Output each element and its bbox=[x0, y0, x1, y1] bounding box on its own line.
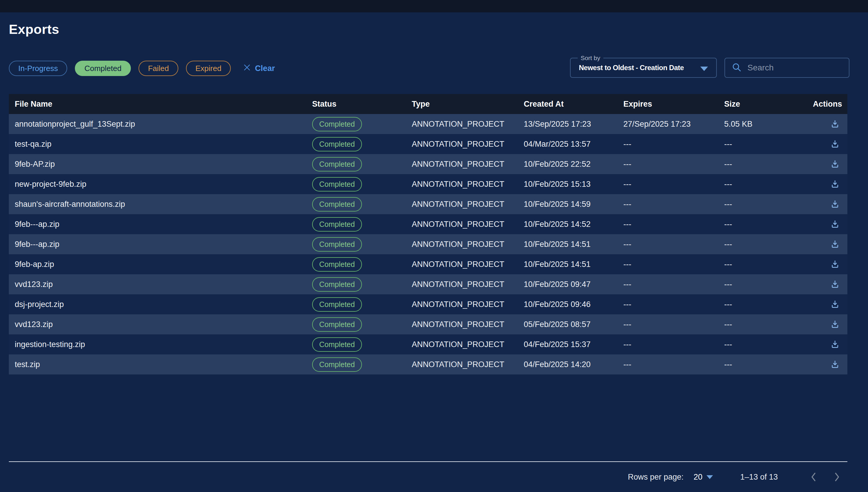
filter-chip[interactable]: Expired bbox=[186, 61, 231, 76]
pagination-footer: Rows per page: 20 1–13 of 13 bbox=[628, 470, 842, 484]
download-button[interactable] bbox=[830, 240, 840, 249]
table-row: annotationproject_gulf_13Sept.zip Comple… bbox=[9, 114, 847, 134]
actions-cell bbox=[805, 199, 847, 209]
clear-filters-label: Clear bbox=[255, 64, 275, 73]
type-cell: ANNOTATION_PROJECT bbox=[412, 120, 524, 129]
sort-selected-value: Newest to Oldest - Creation Date bbox=[579, 64, 684, 72]
download-icon bbox=[830, 346, 840, 349]
download-button[interactable] bbox=[830, 340, 840, 349]
filter-chip-label: In-Progress bbox=[18, 64, 58, 73]
created-at-cell: 10/Feb/2025 14:52 bbox=[524, 220, 623, 229]
actions-cell bbox=[805, 320, 847, 329]
size-cell: --- bbox=[724, 280, 805, 289]
actions-cell bbox=[805, 260, 847, 269]
footer-divider bbox=[9, 461, 847, 462]
size-cell: 5.05 KB bbox=[724, 120, 805, 129]
type-cell: ANNOTATION_PROJECT bbox=[412, 300, 524, 309]
clear-filters-button[interactable]: Clear bbox=[241, 63, 277, 74]
size-cell: --- bbox=[724, 300, 805, 309]
status-cell: Completed bbox=[312, 257, 412, 272]
filter-chip[interactable]: Failed bbox=[139, 61, 178, 76]
download-button[interactable] bbox=[830, 119, 840, 129]
size-cell: --- bbox=[724, 140, 805, 149]
status-cell: Completed bbox=[312, 297, 412, 312]
sort-label: Sort by bbox=[578, 54, 603, 62]
status-badge: Completed bbox=[312, 177, 362, 192]
download-button[interactable] bbox=[830, 139, 840, 149]
expires-cell: --- bbox=[623, 320, 724, 329]
download-button[interactable] bbox=[830, 179, 840, 189]
type-cell: ANNOTATION_PROJECT bbox=[412, 340, 524, 349]
file-name-cell: ingestion-testing.zip bbox=[9, 340, 312, 349]
download-button[interactable] bbox=[830, 279, 840, 289]
created-at-cell: 05/Feb/2025 08:57 bbox=[524, 320, 623, 329]
download-icon bbox=[830, 325, 840, 329]
download-icon bbox=[830, 366, 840, 369]
size-cell: --- bbox=[724, 180, 805, 189]
filter-chip[interactable]: In-Progress bbox=[9, 61, 67, 76]
pagination-range: 1–13 of 13 bbox=[740, 472, 778, 482]
download-button[interactable] bbox=[830, 300, 840, 309]
status-badge: Completed bbox=[312, 257, 362, 272]
actions-cell bbox=[805, 139, 847, 149]
download-icon bbox=[830, 225, 840, 229]
actions-cell bbox=[805, 179, 847, 189]
status-cell: Completed bbox=[312, 237, 412, 252]
table-row: 9feb-ap.zip Completed ANNOTATION_PROJECT… bbox=[9, 254, 847, 274]
search-icon bbox=[731, 62, 742, 73]
file-name-cell: new-project-9feb.zip bbox=[9, 180, 312, 189]
actions-cell bbox=[805, 300, 847, 309]
table-header-row: File NameStatusTypeCreated AtExpiresSize… bbox=[9, 94, 847, 114]
column-header: Type bbox=[412, 100, 524, 109]
previous-page-button[interactable] bbox=[809, 471, 819, 483]
status-badge: Completed bbox=[312, 217, 362, 231]
download-icon bbox=[830, 205, 840, 209]
download-icon bbox=[830, 125, 840, 129]
next-page-button[interactable] bbox=[832, 471, 842, 483]
column-header: Size bbox=[724, 100, 805, 109]
table-row: test.zip Completed ANNOTATION_PROJECT 04… bbox=[9, 354, 847, 374]
table-row: 9feb-AP.zip Completed ANNOTATION_PROJECT… bbox=[9, 154, 847, 174]
download-button[interactable] bbox=[830, 199, 840, 209]
column-header: File Name bbox=[9, 100, 312, 109]
file-name-cell: test.zip bbox=[9, 360, 312, 369]
expires-cell: --- bbox=[623, 200, 724, 209]
created-at-cell: 10/Feb/2025 09:46 bbox=[524, 300, 623, 309]
download-icon bbox=[830, 266, 840, 269]
table-row: new-project-9feb.zip Completed ANNOTATIO… bbox=[9, 174, 847, 194]
filter-chip[interactable]: Completed bbox=[75, 61, 131, 76]
file-name-cell: vvd123.zip bbox=[9, 320, 312, 329]
expires-cell: --- bbox=[623, 340, 724, 349]
sort-dropdown[interactable]: Sort by Newest to Oldest - Creation Date bbox=[570, 58, 717, 78]
created-at-cell: 10/Feb/2025 14:59 bbox=[524, 200, 623, 209]
type-cell: ANNOTATION_PROJECT bbox=[412, 160, 524, 169]
chevron-right-icon bbox=[832, 479, 842, 484]
rows-per-page-label: Rows per page: bbox=[628, 472, 683, 482]
file-name-cell: test-qa.zip bbox=[9, 140, 312, 149]
download-button[interactable] bbox=[830, 360, 840, 369]
rows-per-page-select[interactable]: 20 bbox=[694, 472, 713, 482]
created-at-cell: 13/Sep/2025 17:23 bbox=[524, 120, 623, 129]
status-cell: Completed bbox=[312, 337, 412, 352]
download-button[interactable] bbox=[830, 220, 840, 229]
size-cell: --- bbox=[724, 220, 805, 229]
x-icon bbox=[243, 64, 251, 73]
download-icon bbox=[830, 286, 840, 289]
file-name-cell: shaun's-aircraft-annotations.zip bbox=[9, 200, 312, 209]
size-cell: --- bbox=[724, 340, 805, 349]
size-cell: --- bbox=[724, 260, 805, 269]
expires-cell: --- bbox=[623, 280, 724, 289]
status-cell: Completed bbox=[312, 137, 412, 151]
chevron-down-icon bbox=[700, 67, 708, 71]
download-icon bbox=[830, 305, 840, 309]
chevron-left-icon bbox=[809, 479, 819, 484]
download-button[interactable] bbox=[830, 320, 840, 329]
download-button[interactable] bbox=[830, 260, 840, 269]
table-row: vvd123.zip Completed ANNOTATION_PROJECT … bbox=[9, 314, 847, 335]
filter-chip-label: Expired bbox=[195, 64, 221, 73]
column-header: Actions bbox=[805, 100, 847, 109]
search-input[interactable] bbox=[747, 63, 842, 73]
download-button[interactable] bbox=[830, 159, 840, 169]
actions-cell bbox=[805, 340, 847, 349]
type-cell: ANNOTATION_PROJECT bbox=[412, 280, 524, 289]
